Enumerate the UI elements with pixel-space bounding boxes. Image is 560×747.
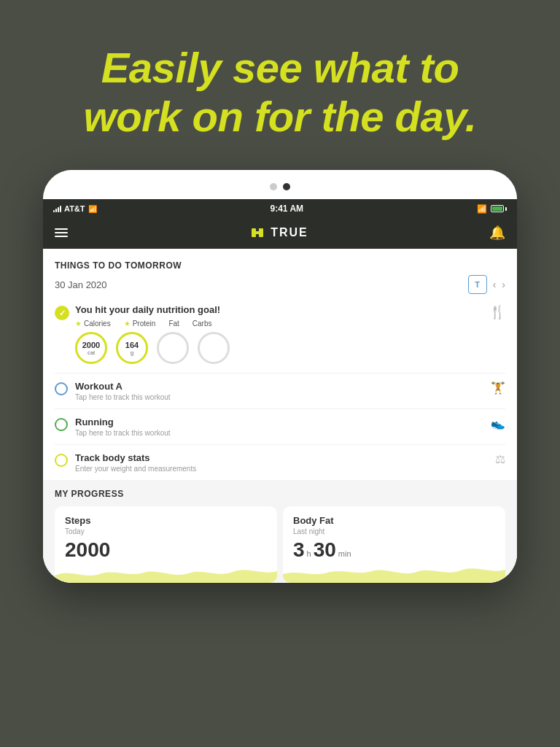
today-button[interactable]: T <box>468 275 487 294</box>
protein-circle: 164 g <box>116 332 148 364</box>
steps-wave <box>55 561 277 583</box>
status-left: AT&T 📶 <box>53 204 97 213</box>
track-body-row[interactable]: Track body stats Enter your weight and m… <box>55 444 505 480</box>
body-fat-mins: 30 <box>314 540 336 560</box>
notification-bell-icon[interactable]: 🔔 <box>489 225 505 241</box>
next-arrow-icon[interactable]: › <box>502 279 505 290</box>
nav-controls: T ‹ › <box>468 275 505 294</box>
calories-label: ★ Calories <box>75 320 111 328</box>
battery-indicator <box>491 205 507 212</box>
steps-value: 2000 <box>65 540 110 560</box>
app-logo: TRUE <box>249 224 308 241</box>
hero-title-line2: work on for the day. <box>84 93 477 140</box>
nutrition-labels: ★ Calories ★ Protein Fat Carbs <box>75 320 483 328</box>
steps-value-row: 2000 <box>65 540 267 560</box>
running-sub: Tap here to track this workout <box>75 429 483 437</box>
hero-section: Easily see what to work on for the day. <box>0 0 560 170</box>
date-nav: 30 Jan 2020 T ‹ › <box>55 275 505 294</box>
star-icon-2: ★ <box>124 320 131 328</box>
workout-a-content: Workout A Tap here to track this workout <box>75 381 483 401</box>
running-circle <box>55 418 68 431</box>
workout-a-row[interactable]: Workout A Tap here to track this workout… <box>55 373 505 409</box>
nutrition-fork-icon: 🍴 <box>489 304 505 320</box>
running-name: Running <box>75 417 483 427</box>
track-body-sub: Enter your weight and measurements <box>75 465 488 473</box>
wifi-icon: 📶 <box>88 205 97 213</box>
hero-title: Easily see what to work on for the day. <box>44 44 516 141</box>
check-icon: ✓ <box>55 306 69 320</box>
phone-wrapper: AT&T 📶 9:41 AM 📶 <box>0 170 560 583</box>
signal-icon <box>53 205 61 212</box>
bluetooth-icon: 📶 <box>477 204 487 214</box>
carbs-circle <box>198 332 230 364</box>
svg-rect-2 <box>255 231 260 234</box>
track-body-circle <box>55 454 68 467</box>
app-content: THINGS TO DO TOMORROW 30 Jan 2020 T ‹ › … <box>43 249 517 583</box>
star-icon: ★ <box>75 320 82 328</box>
steps-sub: Today <box>65 527 267 535</box>
progress-cards: Steps Today 2000 Body Fat <box>55 506 505 583</box>
pagination-dot-2[interactable] <box>283 183 290 190</box>
track-body-name: Track body stats <box>75 452 488 463</box>
nutrition-row[interactable]: ✓ You hit your daily nutrition goal! ★ C… <box>55 304 505 364</box>
steps-card[interactable]: Steps Today 2000 <box>55 506 277 583</box>
calories-value: 2000 <box>82 341 100 349</box>
carrier-name: AT&T <box>64 204 85 213</box>
body-fat-wave <box>283 561 505 583</box>
body-fat-sub: Last night <box>293 527 495 535</box>
body-fat-mins-unit: min <box>338 549 351 558</box>
scale-icon: ⚖ <box>495 452 505 466</box>
workout-a-sub: Tap here to track this workout <box>75 393 483 401</box>
progress-title: MY PROGRESS <box>55 489 505 499</box>
body-fat-card[interactable]: Body Fat Last night 3 h 30 min <box>283 506 505 583</box>
date-display: 30 Jan 2020 <box>55 279 107 290</box>
nutrition-circles: 2000 cal 164 g <box>75 332 483 364</box>
logo-emblem-icon <box>249 224 266 241</box>
workout-a-name: Workout A <box>75 381 483 392</box>
protein-unit: g <box>131 349 133 356</box>
hero-title-line1: Easily see what to <box>101 44 459 91</box>
pagination-dots <box>43 170 517 199</box>
body-fat-hours-unit: h <box>307 549 311 558</box>
protein-label: ★ Protein <box>124 320 156 328</box>
running-row[interactable]: Running Tap here to track this workout 👟 <box>55 409 505 444</box>
body-fat-hours: 3 <box>293 540 305 560</box>
steps-title: Steps <box>65 515 267 526</box>
prev-arrow-icon[interactable]: ‹ <box>493 279 497 290</box>
track-body-content: Track body stats Enter your weight and m… <box>75 452 488 473</box>
progress-section: MY PROGRESS Steps Today 2000 <box>43 480 517 583</box>
protein-value: 164 <box>125 341 139 349</box>
body-fat-value-row: 3 h 30 min <box>293 540 495 560</box>
pagination-dot-1[interactable] <box>270 183 277 190</box>
app-logo-text: TRUE <box>271 226 308 239</box>
body-fat-title: Body Fat <box>293 515 495 526</box>
carbs-label: Carbs <box>192 320 212 328</box>
status-right: 📶 <box>477 204 507 214</box>
fat-circle <box>157 332 189 364</box>
dumbbell-icon: 🏋 <box>491 381 505 395</box>
running-content: Running Tap here to track this workout <box>75 417 483 437</box>
nutrition-content: You hit your daily nutrition goal! ★ Cal… <box>75 304 483 364</box>
workout-a-circle <box>55 382 68 395</box>
calories-circle: 2000 cal <box>75 332 107 364</box>
status-bar: AT&T 📶 9:41 AM 📶 <box>43 199 517 218</box>
calories-unit: cal <box>88 349 95 356</box>
phone-frame: AT&T 📶 9:41 AM 📶 <box>43 170 517 583</box>
running-shoe-icon: 👟 <box>491 417 505 430</box>
fat-label: Fat <box>168 320 179 328</box>
app-header: TRUE 🔔 <box>43 218 517 249</box>
nutrition-hit-text: You hit your daily nutrition goal! <box>75 304 483 315</box>
section-title: THINGS TO DO TOMORROW <box>55 260 505 271</box>
status-time: 9:41 AM <box>270 204 303 214</box>
menu-icon[interactable] <box>55 228 68 237</box>
